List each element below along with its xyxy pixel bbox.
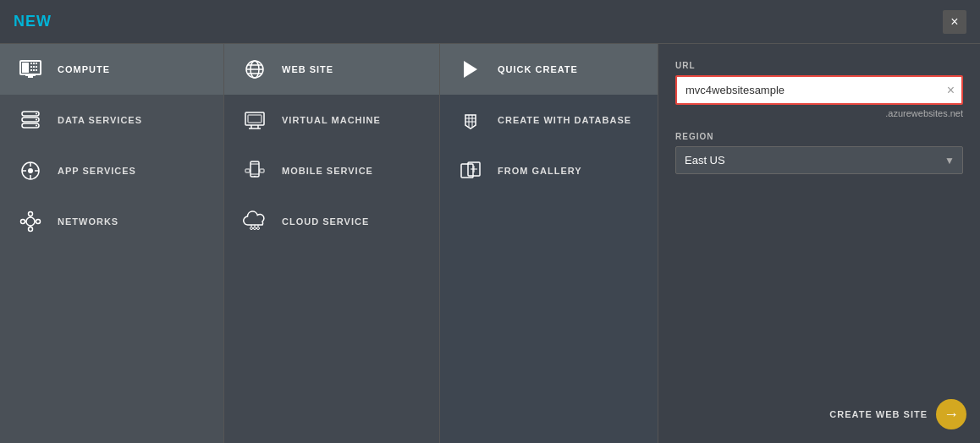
- app-services-icon: [17, 157, 44, 184]
- sidebar-item-from-gallery[interactable]: FROM GALLERY: [440, 145, 658, 196]
- web-site-label: WEB SITE: [282, 64, 333, 74]
- url-section: URL × .azurewebsites.net: [675, 61, 963, 132]
- mobile-service-label: MOBILE SERVICE: [282, 166, 373, 176]
- cloud-service-label: CLOUD SERVICE: [282, 216, 369, 227]
- url-input-container: ×: [675, 75, 963, 105]
- svg-point-25: [26, 217, 35, 226]
- networks-label: NETWORKS: [58, 216, 118, 227]
- url-input[interactable]: [677, 77, 940, 103]
- create-with-database-icon: [457, 107, 484, 134]
- svg-rect-9: [33, 69, 35, 71]
- create-web-site-button[interactable]: CREATE WEB SITE: [829, 399, 966, 429]
- sidebar-item-app-services[interactable]: APP SERVICES: [0, 145, 223, 196]
- svg-point-26: [29, 212, 33, 216]
- sidebar-item-compute[interactable]: COMPUTE: [0, 44, 223, 95]
- svg-rect-12: [28, 76, 33, 78]
- svg-point-27: [29, 227, 33, 232]
- close-button[interactable]: ×: [943, 10, 966, 34]
- sidebar-item-data-services[interactable]: DATA SERVICES: [0, 95, 223, 145]
- svg-rect-5: [30, 66, 32, 68]
- svg-rect-6: [33, 66, 35, 68]
- svg-rect-10: [36, 69, 37, 71]
- dialog-title: NEW: [14, 13, 52, 30]
- virtual-machine-label: VIRTUAL MACHINE: [282, 115, 381, 125]
- region-section: REGION East US West US North Europe West…: [675, 132, 963, 174]
- svg-point-53: [254, 227, 256, 230]
- sidebar-item-virtual-machine[interactable]: VIRTUAL MACHINE: [224, 95, 439, 145]
- region-select-wrapper: East US West US North Europe West Europe…: [675, 146, 963, 174]
- svg-point-54: [257, 227, 260, 230]
- sidebar-item-networks[interactable]: NETWORKS: [0, 196, 223, 247]
- create-with-database-label: CREATE WITH DATABASE: [498, 115, 631, 125]
- svg-rect-7: [36, 66, 37, 68]
- mobile-service-icon: [241, 157, 268, 184]
- quick-create-icon: [457, 56, 484, 83]
- create-web-site-icon: [936, 399, 966, 429]
- svg-point-17: [36, 119, 37, 121]
- sidebar-item-quick-create[interactable]: QUICK CREATE: [440, 44, 658, 95]
- svg-point-18: [36, 125, 37, 127]
- svg-rect-3: [33, 63, 35, 64]
- sidebar-item-mobile-service[interactable]: MOBILE SERVICE: [224, 145, 439, 196]
- from-gallery-icon: [457, 157, 484, 184]
- cloud-service-icon: [241, 208, 268, 235]
- virtual-machine-icon: [241, 107, 268, 134]
- compute-icon: [17, 56, 44, 83]
- svg-rect-49: [260, 169, 264, 172]
- sidebar-item-web-site[interactable]: WEB SITE: [224, 44, 439, 95]
- svg-rect-48: [245, 169, 250, 172]
- region-label: REGION: [675, 132, 963, 141]
- svg-rect-11: [25, 74, 36, 76]
- main-content: COMPUTE DATA SERVICES: [0, 44, 980, 443]
- networks-icon: [17, 208, 44, 235]
- form-panel: URL × .azurewebsites.net REGION East US …: [658, 44, 980, 443]
- svg-point-20: [28, 168, 33, 173]
- sidebar-item-create-with-database[interactable]: CREATE WITH DATABASE: [440, 95, 658, 145]
- svg-rect-2: [30, 63, 32, 64]
- create-web-site-label: CREATE WEB SITE: [829, 409, 928, 419]
- url-suffix: .azurewebsites.net: [675, 108, 963, 118]
- from-gallery-label: FROM GALLERY: [498, 166, 582, 176]
- svg-point-47: [254, 176, 256, 178]
- quick-create-label: QUICK CREATE: [498, 64, 578, 74]
- subcategory-column: WEB SITE VIRTUAL MACHINE: [224, 44, 440, 443]
- web-site-icon: [241, 56, 268, 83]
- svg-point-28: [21, 220, 25, 224]
- action-column: QUICK CREATE CREATE WITH DATABASE: [440, 44, 658, 443]
- app-services-label: APP SERVICES: [58, 166, 136, 176]
- sidebar-item-cloud-service[interactable]: CLOUD SERVICE: [224, 196, 439, 247]
- svg-rect-8: [30, 69, 32, 71]
- compute-label: COMPUTE: [58, 64, 110, 74]
- svg-rect-4: [36, 63, 37, 64]
- region-select[interactable]: East US West US North Europe West Europe…: [675, 146, 963, 174]
- svg-point-29: [36, 220, 41, 224]
- data-services-icon: [17, 107, 44, 134]
- svg-rect-1: [22, 63, 29, 73]
- svg-rect-40: [248, 115, 262, 123]
- data-services-label: DATA SERVICES: [58, 115, 142, 125]
- url-label: URL: [675, 61, 963, 70]
- url-clear-button[interactable]: ×: [940, 79, 961, 101]
- svg-point-16: [36, 113, 37, 115]
- svg-point-52: [251, 227, 253, 230]
- header: NEW ×: [0, 0, 980, 44]
- svg-marker-58: [464, 61, 477, 78]
- category-column: COMPUTE DATA SERVICES: [0, 44, 224, 443]
